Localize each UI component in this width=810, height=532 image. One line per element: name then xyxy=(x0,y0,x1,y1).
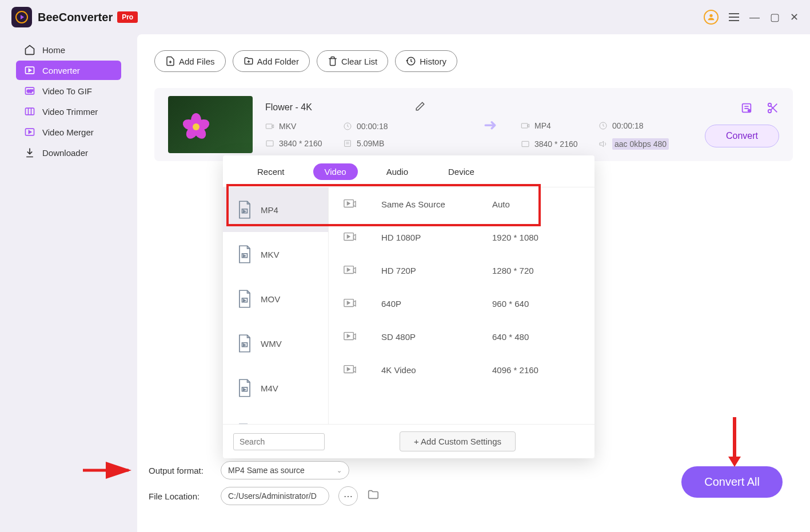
format-item-wmv[interactable]: WMV xyxy=(223,321,328,366)
dst-duration: 00:00:18 xyxy=(598,121,679,130)
tab-device[interactable]: Device xyxy=(437,163,486,180)
browse-button[interactable]: ⋯ xyxy=(338,486,358,506)
sidebar-item-label: Home xyxy=(42,45,65,55)
format-item-mkv[interactable]: MKV xyxy=(223,232,328,277)
output-format-select[interactable]: MP4 Same as source⌄ xyxy=(221,461,349,479)
svg-marker-39 xyxy=(244,255,245,257)
tab-audio[interactable]: Audio xyxy=(375,163,420,180)
svg-marker-27 xyxy=(600,141,604,146)
svg-marker-11 xyxy=(29,131,31,134)
sidebar-item-downloader[interactable]: Downloader xyxy=(16,143,121,162)
res-item-4k[interactable]: 4K Video4096 * 2160 xyxy=(329,353,594,386)
format-item-mov[interactable]: MOV xyxy=(223,277,328,321)
sidebar-item-converter[interactable]: Converter xyxy=(16,61,121,80)
clear-list-button[interactable]: Clear List xyxy=(317,50,388,72)
svg-point-31 xyxy=(748,109,751,113)
convert-button[interactable]: Convert xyxy=(705,125,779,147)
resolution-list: Same As SourceAuto HD 1080P1920 * 1080 H… xyxy=(329,187,594,424)
chevron-down-icon: ⌄ xyxy=(337,467,342,474)
src-size: 5.09MB xyxy=(343,139,417,148)
format-popup: Recent Video Audio Device MP4 MKV MOV WM… xyxy=(223,155,594,458)
svg-point-33 xyxy=(768,110,772,113)
svg-marker-56 xyxy=(347,268,350,271)
toolbar: Add Files Add Folder Clear List History xyxy=(154,50,793,72)
svg-marker-50 xyxy=(347,202,350,205)
res-item-480p[interactable]: SD 480P640 * 480 xyxy=(329,320,594,353)
sidebar-item-merger[interactable]: Video Merger xyxy=(16,122,121,142)
svg-marker-55 xyxy=(353,267,356,273)
svg-marker-24 xyxy=(528,124,529,127)
tab-recent[interactable]: Recent xyxy=(246,163,296,180)
src-duration: 00:00:18 xyxy=(343,122,417,131)
src-resolution: 3840 * 2160 xyxy=(265,139,340,148)
file-location-input[interactable]: C:/Users/Administrator/D xyxy=(221,487,329,505)
account-icon[interactable] xyxy=(704,10,719,25)
svg-marker-45 xyxy=(244,389,245,390)
svg-marker-37 xyxy=(244,210,245,212)
sidebar-item-label: Video Merger xyxy=(42,127,94,137)
app-title: BeeConverter xyxy=(38,11,113,24)
res-item-same[interactable]: Same As SourceAuto xyxy=(329,187,594,221)
settings-list-icon[interactable] xyxy=(740,102,753,114)
svg-rect-26 xyxy=(522,141,529,146)
dest-metadata: MP4 00:00:18 3840 * 2160 aac 0kbps 480 xyxy=(521,99,681,150)
file-card: Flower - 4K MKV 00:00:18 3840 * 2160 5.0… xyxy=(154,88,793,161)
svg-rect-16 xyxy=(266,124,272,129)
format-item-mp4[interactable]: MP4 xyxy=(223,187,328,232)
format-list[interactable]: MP4 MKV MOV WMV M4V AVI xyxy=(223,187,329,424)
file-name: Flower - 4K xyxy=(265,102,312,113)
format-item-m4v[interactable]: M4V xyxy=(223,366,328,410)
svg-marker-17 xyxy=(272,125,274,127)
svg-point-2 xyxy=(709,14,712,17)
svg-marker-4 xyxy=(29,69,31,72)
sidebar-item-home[interactable]: Home xyxy=(16,40,121,59)
history-button[interactable]: History xyxy=(395,50,457,72)
close-icon[interactable]: ✕ xyxy=(790,12,799,22)
sidebar-item-label: Converter xyxy=(42,66,80,75)
sidebar-item-gif[interactable]: GIFVideo To GIF xyxy=(16,81,121,101)
dst-audio: aac 0kbps 480 xyxy=(598,138,679,150)
add-files-button[interactable]: Add Files xyxy=(154,50,226,72)
svg-marker-43 xyxy=(244,344,245,346)
edit-name-icon[interactable] xyxy=(415,101,425,114)
svg-marker-59 xyxy=(347,301,350,305)
search-input[interactable] xyxy=(233,433,325,450)
tab-video[interactable]: Video xyxy=(313,163,358,180)
annotation-arrow-left xyxy=(80,462,137,481)
svg-text:GIF: GIF xyxy=(27,89,33,93)
add-folder-button[interactable]: Add Folder xyxy=(233,50,310,72)
svg-rect-23 xyxy=(521,123,528,128)
svg-marker-1 xyxy=(21,15,24,19)
video-thumbnail[interactable] xyxy=(168,96,253,153)
svg-marker-49 xyxy=(353,201,356,206)
svg-marker-58 xyxy=(353,301,356,306)
svg-rect-20 xyxy=(345,141,351,147)
svg-marker-62 xyxy=(347,334,350,338)
sidebar-item-label: Video Trimmer xyxy=(42,107,98,117)
sidebar-item-trimmer[interactable]: Video Trimmer xyxy=(16,102,121,121)
convert-all-button[interactable]: Convert All xyxy=(681,466,783,498)
svg-marker-41 xyxy=(244,299,245,301)
open-folder-icon[interactable] xyxy=(367,489,380,503)
svg-marker-53 xyxy=(347,235,350,238)
res-item-720p[interactable]: HD 720P1280 * 720 xyxy=(329,254,594,287)
minimize-icon[interactable]: — xyxy=(749,12,760,22)
arrow-icon: ➜ xyxy=(484,115,497,134)
svg-marker-52 xyxy=(353,234,356,239)
res-item-640p[interactable]: 640P960 * 640 xyxy=(329,287,594,320)
svg-rect-7 xyxy=(26,108,34,115)
titlebar: BeeConverter Pro — ▢ ✕ xyxy=(0,0,810,34)
maximize-icon[interactable]: ▢ xyxy=(770,12,780,22)
scissors-icon[interactable] xyxy=(767,102,779,114)
format-item-avi[interactable]: AVI xyxy=(223,410,328,424)
add-custom-settings-button[interactable]: + Add Custom Settings xyxy=(400,431,516,451)
res-item-1080p[interactable]: HD 1080P1920 * 1080 xyxy=(329,221,594,254)
dst-resolution: 3840 * 2160 xyxy=(521,138,595,150)
sidebar-item-label: Video To GIF xyxy=(42,86,92,96)
svg-marker-64 xyxy=(353,367,356,372)
pro-badge: Pro xyxy=(117,11,138,23)
sidebar-item-label: Downloader xyxy=(42,148,88,158)
svg-marker-65 xyxy=(347,367,350,371)
menu-icon[interactable] xyxy=(729,13,739,21)
svg-marker-61 xyxy=(353,334,356,339)
